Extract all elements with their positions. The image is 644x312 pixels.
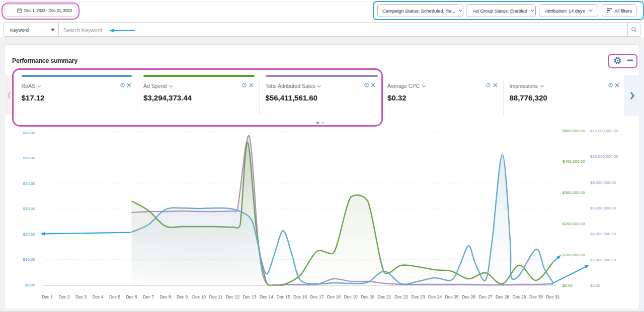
svg-text:Dec 29: Dec 29 xyxy=(513,294,526,299)
svg-text:$30.00: $30.00 xyxy=(23,206,36,211)
svg-text:$50.00: $50.00 xyxy=(23,156,36,160)
svg-text:Dec 18: Dec 18 xyxy=(327,294,341,299)
svg-text:$40.00: $40.00 xyxy=(23,181,36,186)
svg-text:Dec 24: Dec 24 xyxy=(428,294,442,299)
svg-text:Dec 25: Dec 25 xyxy=(445,294,459,299)
svg-text:$8,000,000.00: $8,000,000.00 xyxy=(590,180,616,185)
svg-text:$0.00: $0.00 xyxy=(25,283,36,287)
svg-text:Dec 30: Dec 30 xyxy=(529,294,543,299)
svg-text:Dec 12: Dec 12 xyxy=(226,294,239,299)
svg-text:Dec 5: Dec 5 xyxy=(109,294,120,299)
svg-text:Dec 11: Dec 11 xyxy=(209,294,223,299)
svg-text:$60.00: $60.00 xyxy=(23,131,36,135)
svg-text:Dec 16: Dec 16 xyxy=(293,294,307,299)
svg-text:$100,000.00: $100,000.00 xyxy=(562,253,585,257)
svg-text:Dec 23: Dec 23 xyxy=(412,294,425,299)
svg-text:$2,000,000.00: $2,000,000.00 xyxy=(590,258,616,262)
svg-text:Dec 8: Dec 8 xyxy=(159,294,171,299)
svg-text:Dec 26: Dec 26 xyxy=(462,294,475,299)
svg-text:Dec 13: Dec 13 xyxy=(243,294,257,299)
svg-text:Dec 15: Dec 15 xyxy=(277,294,290,299)
svg-text:Dec 4: Dec 4 xyxy=(92,294,103,299)
svg-text:$0.00: $0.00 xyxy=(590,283,601,288)
svg-text:Dec 31: Dec 31 xyxy=(546,294,560,299)
svg-text:Dec 9: Dec 9 xyxy=(177,294,188,299)
svg-text:$200,000.00: $200,000.00 xyxy=(562,222,585,226)
svg-text:$6,000,000.00: $6,000,000.00 xyxy=(590,206,616,211)
svg-text:Dec 14: Dec 14 xyxy=(260,294,273,299)
svg-text:Dec 3: Dec 3 xyxy=(75,294,87,299)
svg-text:Dec 19: Dec 19 xyxy=(344,294,358,299)
svg-text:Dec 6: Dec 6 xyxy=(126,294,137,299)
svg-text:$10.00: $10.00 xyxy=(23,257,36,262)
svg-text:$0.00: $0.00 xyxy=(562,283,573,288)
svg-text:$4,000,000.00: $4,000,000.00 xyxy=(590,232,616,236)
svg-text:$300,000.00: $300,000.00 xyxy=(562,190,585,195)
svg-text:Dec 2: Dec 2 xyxy=(58,294,69,299)
svg-text:Dec 17: Dec 17 xyxy=(310,294,324,299)
svg-text:Dec 20: Dec 20 xyxy=(361,294,374,299)
svg-text:$20.00: $20.00 xyxy=(23,232,36,237)
svg-text:Dec 21: Dec 21 xyxy=(378,294,391,299)
svg-text:$500,000.00: $500,000.00 xyxy=(562,129,585,133)
svg-text:Dec 27: Dec 27 xyxy=(479,294,493,299)
svg-text:Dec 1: Dec 1 xyxy=(42,294,53,299)
svg-text:Dec 22: Dec 22 xyxy=(394,294,408,299)
svg-text:$400,000.00: $400,000.00 xyxy=(562,159,585,164)
svg-text:Dec 28: Dec 28 xyxy=(496,294,509,299)
svg-text:$10,000,000.00: $10,000,000.00 xyxy=(590,154,618,159)
svg-text:Dec 10: Dec 10 xyxy=(192,294,206,299)
svg-text:$12,000,000.00: $12,000,000.00 xyxy=(590,129,618,133)
svg-text:Dec 7: Dec 7 xyxy=(143,294,154,299)
